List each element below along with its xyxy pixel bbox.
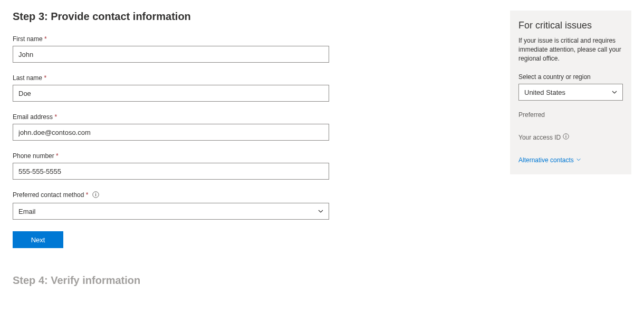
last-name-label: Last name * xyxy=(13,74,329,82)
required-indicator: * xyxy=(86,191,89,199)
email-label-text: Email address xyxy=(13,113,53,121)
info-icon[interactable] xyxy=(563,133,569,141)
required-indicator: * xyxy=(44,35,47,43)
svg-point-4 xyxy=(566,135,566,135)
last-name-label-text: Last name xyxy=(13,74,42,82)
first-name-label-text: First name xyxy=(13,35,43,43)
alternative-contacts-link[interactable]: Alternative contacts xyxy=(518,156,581,164)
preferred-label: Preferred xyxy=(518,111,623,119)
access-id-label-text: Your access ID xyxy=(518,134,561,141)
first-name-field-group: First name * xyxy=(13,35,329,63)
first-name-input[interactable] xyxy=(13,46,329,63)
first-name-label: First name * xyxy=(13,35,329,43)
contact-method-select[interactable]: Email xyxy=(13,203,329,220)
critical-issues-sidebar: For critical issues If your issue is cri… xyxy=(510,11,631,287)
email-label: Email address * xyxy=(13,113,329,121)
svg-point-1 xyxy=(95,193,96,193)
country-label: Select a country or region xyxy=(518,73,623,81)
step-4-title: Step 4: Verify information xyxy=(13,274,329,287)
info-icon[interactable] xyxy=(92,191,99,200)
sidebar-title: For critical issues xyxy=(518,20,623,31)
access-id-label: Your access ID xyxy=(518,133,623,141)
email-input[interactable] xyxy=(13,124,329,141)
required-indicator: * xyxy=(54,113,57,121)
phone-label-text: Phone number xyxy=(13,152,54,160)
contact-form-section: Step 3: Provide contact information Firs… xyxy=(13,11,329,287)
contact-method-label-text: Preferred contact method xyxy=(13,191,84,199)
svg-rect-2 xyxy=(95,194,96,196)
svg-rect-5 xyxy=(566,136,566,138)
required-indicator: * xyxy=(44,74,46,82)
next-button[interactable]: Next xyxy=(13,231,63,248)
contact-method-label: Preferred contact method * xyxy=(13,191,329,200)
last-name-input[interactable] xyxy=(13,85,329,102)
required-indicator: * xyxy=(56,152,59,160)
alternative-contacts-text: Alternative contacts xyxy=(518,156,574,164)
step-3-title: Step 3: Provide contact information xyxy=(13,11,329,23)
contact-method-field-group: Preferred contact method * Email xyxy=(13,191,329,220)
phone-field-group: Phone number * xyxy=(13,152,329,180)
email-field-group: Email address * xyxy=(13,113,329,141)
country-select[interactable]: United States xyxy=(518,84,623,101)
critical-issues-card: For critical issues If your issue is cri… xyxy=(510,11,631,174)
chevron-down-icon xyxy=(576,156,581,164)
phone-label: Phone number * xyxy=(13,152,329,160)
last-name-field-group: Last name * xyxy=(13,74,329,102)
phone-input[interactable] xyxy=(13,163,329,180)
sidebar-description: If your issue is critical and requires i… xyxy=(518,36,623,63)
